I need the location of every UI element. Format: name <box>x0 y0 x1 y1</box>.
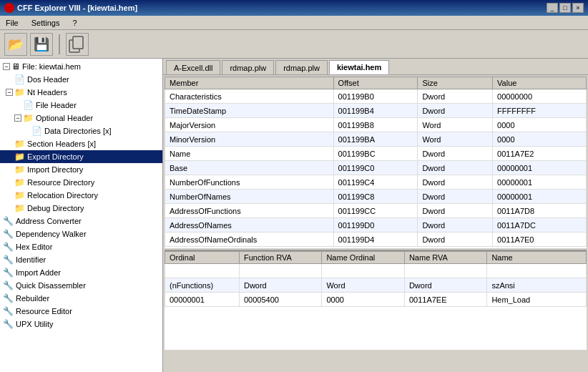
sidebar-item-address-converter[interactable]: 🔧 Address Converter <box>0 215 162 227</box>
table-cell-member: NumberOfNames <box>165 190 334 204</box>
tool-icon-re: 🔧 <box>3 306 14 316</box>
sidebar-label-section-headers: Section Headers [x] <box>27 140 96 148</box>
table-row[interactable]: Name001199BCDword0011A7E2 <box>165 147 587 161</box>
sidebar-item-export-directory[interactable]: 📁 Export Directory <box>0 150 162 163</box>
tool-icon-qd: 🔧 <box>3 280 14 290</box>
sidebar-item-section-headers[interactable]: 📁 Section Headers [x] <box>0 137 162 150</box>
sidebar-item-rebuilder[interactable]: 🔧 Rebuilder <box>0 292 162 305</box>
table-row[interactable]: Characteristics001199B0Dword00000000 <box>165 89 587 104</box>
save-button[interactable]: 💾 <box>30 33 53 56</box>
table-cell-offset: 001199BC <box>333 147 418 161</box>
open-button[interactable]: 📂 <box>4 33 27 56</box>
folder-icon: 📁 <box>14 87 25 97</box>
sidebar-item-resource-directory[interactable]: 📁 Resource Directory <box>0 176 162 189</box>
table-cell-value: 0000 <box>493 118 587 132</box>
sidebar-item-relocation-directory[interactable]: 📁 Relocation Directory <box>0 189 162 202</box>
table-cell-ordinal: (nFunctions) <box>165 278 240 293</box>
tab-3[interactable]: kiewtai.hem <box>329 60 389 74</box>
sidebar-item-import-directory[interactable]: 📁 Import Directory <box>0 163 162 176</box>
sidebar-item-identifier[interactable]: 🔧 Identifier <box>0 253 162 266</box>
table-row[interactable]: 000000010000540000000011A7EEHem_Load <box>165 293 587 307</box>
sidebar-item-import-adder[interactable]: 🔧 Import Adder <box>0 266 162 279</box>
table-cell-size: Dword <box>418 161 493 175</box>
col-header-name: Name <box>487 252 587 264</box>
item-icon-dd: 📄 <box>31 126 42 136</box>
sidebar-item-upx-utility[interactable]: 🔧 UPX Utility <box>0 318 162 331</box>
expand-icon-nt[interactable]: − <box>6 89 13 96</box>
title-bar: CFF Explorer VIII - [kiewtai.hem] _ □ × <box>0 0 588 16</box>
table-cell-member: AddressOfNames <box>165 218 334 232</box>
menu-file[interactable]: File <box>3 19 21 27</box>
sidebar-item-data-directories[interactable]: 📄 Data Directories [x] <box>0 124 162 137</box>
sidebar-item-optional-header[interactable]: − 📁 Optional Header <box>0 112 162 124</box>
table-cell-nameRVA <box>404 264 486 278</box>
table-row[interactable]: AddressOfFunctions001199CCDword0011A7D8 <box>165 204 587 218</box>
table-cell-value: 0011A7E2 <box>493 147 587 161</box>
table-cell-offset: 001199D0 <box>333 218 418 232</box>
table-cell-offset: 001199B4 <box>333 104 418 118</box>
window-title: CFF Explorer VIII - [kiewtai.hem] <box>17 4 137 12</box>
table-row[interactable]: MinorVersion001199BAWord0000 <box>165 132 587 147</box>
sidebar-label-optional-header: Optional Header <box>36 114 93 122</box>
tool-icon-rb: 🔧 <box>3 293 14 303</box>
table-cell-value: 0011A7D8 <box>493 204 587 218</box>
copy-button[interactable] <box>66 33 89 56</box>
table-cell-ordinal <box>165 264 240 278</box>
table-cell-value: 00000000 <box>493 89 587 104</box>
sidebar-label-hex-editor: Hex Editor <box>16 243 52 251</box>
table-row[interactable]: TimeDateStamp001199B4DwordFFFFFFFF <box>165 104 587 118</box>
tab-0[interactable]: A-Excell.dll <box>166 60 220 74</box>
table-cell-value: FFFFFFFF <box>493 104 587 118</box>
table-cell-offset: 001199D4 <box>333 232 418 247</box>
table-row[interactable]: MajorVersion001199B8Word0000 <box>165 118 587 132</box>
table-cell-size: Dword <box>418 190 493 204</box>
table-row[interactable]: AddressOfNameOrdinals001199D4Dword0011A7… <box>165 232 587 247</box>
sidebar-item-quick-disassembler[interactable]: 🔧 Quick Disassembler <box>0 279 162 292</box>
sidebar-item-file-root[interactable]: − 🖥 File: kiewtai.hem <box>0 60 162 73</box>
table-row[interactable]: NumberOfFunctions001199C4Dword00000001 <box>165 175 587 190</box>
table-row[interactable]: (nFunctions)DwordWordDwordszAnsi <box>165 278 587 293</box>
expand-icon-oh[interactable]: − <box>14 114 21 122</box>
minimize-button[interactable]: _ <box>547 3 558 13</box>
menu-settings[interactable]: Settings <box>29 19 63 27</box>
table-row[interactable]: AddressOfNames001199D0Dword0011A7DC <box>165 218 587 232</box>
table-cell-member: Characteristics <box>165 89 334 104</box>
folder-icon-oh: 📁 <box>23 113 34 123</box>
table-cell-size: Dword <box>418 218 493 232</box>
sidebar-item-dependency-walker[interactable]: 🔧 Dependency Walker <box>0 227 162 240</box>
table-cell-size: Dword <box>418 147 493 161</box>
main-table: Member Offset Size Value Characteristics… <box>165 77 587 247</box>
sidebar-item-nt-headers[interactable]: − 📁 Nt Headers <box>0 86 162 99</box>
sidebar-tree: − 🖥 File: kiewtai.hem 📄 Dos Header − 📁 N… <box>0 59 163 372</box>
col-header-offset: Offset <box>333 77 418 89</box>
sidebar-item-resource-editor[interactable]: 🔧 Resource Editor <box>0 305 162 318</box>
sidebar-label-file-header: File Header <box>36 101 77 109</box>
table-cell-functionRVA: Dword <box>239 278 321 293</box>
table-cell-functionRVA: 00005400 <box>239 293 321 307</box>
table-row[interactable]: NumberOfNames001199C8Dword00000001 <box>165 190 587 204</box>
sidebar-item-hex-editor[interactable]: 🔧 Hex Editor <box>0 240 162 253</box>
bottom-table-area[interactable]: Ordinal Function RVA Name Ordinal Name R… <box>165 250 587 350</box>
maximize-button[interactable]: □ <box>559 3 571 13</box>
close-button[interactable]: × <box>572 3 584 13</box>
table-cell-nameRVA: Dword <box>404 278 486 293</box>
sidebar-label-export-directory: Export Directory <box>27 152 84 161</box>
sidebar-label-rebuilder: Rebuilder <box>16 294 49 303</box>
col-header-function-rva: Function RVA <box>239 252 321 264</box>
menu-bar: File Settings ? <box>0 16 588 30</box>
tab-1[interactable]: rdmap.plw <box>222 60 274 74</box>
sidebar-item-dos-header[interactable]: 📄 Dos Header <box>0 73 162 86</box>
sidebar-label-dos-header: Dos Header <box>27 75 69 84</box>
item-icon-fh: 📄 <box>23 100 34 110</box>
col-header-value: Value <box>493 77 587 89</box>
table-row[interactable]: Base001199C0Dword00000001 <box>165 161 587 175</box>
expand-icon[interactable]: − <box>3 63 10 70</box>
folder-icon-rd: 📁 <box>14 177 25 187</box>
sidebar-item-file-header[interactable]: 📄 File Header <box>0 99 162 112</box>
menu-help[interactable]: ? <box>69 19 79 27</box>
table-row[interactable] <box>165 264 587 278</box>
main-table-area[interactable]: Member Offset Size Value Characteristics… <box>165 77 587 248</box>
table-cell-offset: 001199CC <box>333 204 418 218</box>
tab-2[interactable]: rdmap.plw <box>275 60 328 74</box>
sidebar-item-debug-directory[interactable]: 📁 Debug Directory <box>0 202 162 215</box>
